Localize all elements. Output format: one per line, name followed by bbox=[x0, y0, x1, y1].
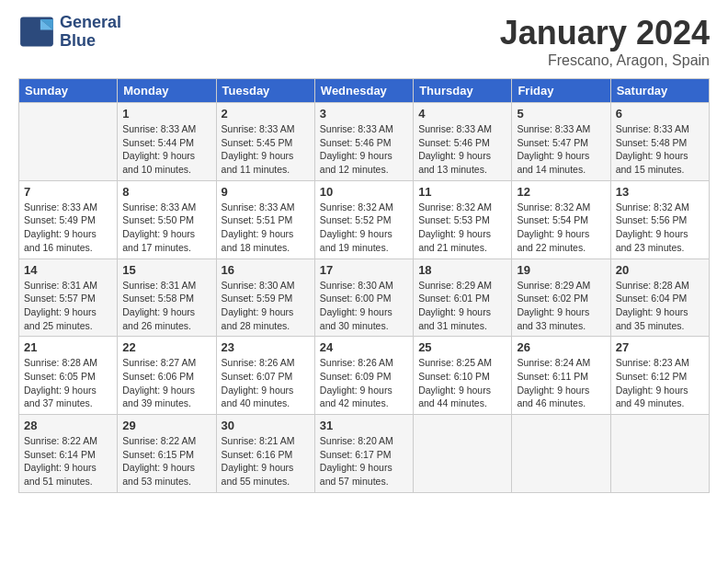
calendar-cell: 13Sunrise: 8:32 AMSunset: 5:56 PMDayligh… bbox=[610, 180, 709, 259]
calendar-cell: 12Sunrise: 8:32 AMSunset: 5:54 PMDayligh… bbox=[512, 180, 610, 259]
day-info: Sunrise: 8:30 AMSunset: 5:59 PMDaylight:… bbox=[222, 279, 310, 333]
day-info: Sunrise: 8:33 AMSunset: 5:45 PMDaylight:… bbox=[222, 122, 310, 177]
calendar-cell: 31Sunrise: 8:20 AMSunset: 6:17 PMDayligh… bbox=[314, 415, 413, 493]
day-info: Sunrise: 8:26 AMSunset: 6:07 PMDaylight:… bbox=[222, 356, 310, 410]
day-number: 23 bbox=[222, 340, 310, 354]
day-info: Sunrise: 8:28 AMSunset: 6:05 PMDaylight:… bbox=[24, 356, 112, 410]
week-row-5: 28Sunrise: 8:22 AMSunset: 6:14 PMDayligh… bbox=[19, 415, 710, 493]
calendar-cell: 21Sunrise: 8:28 AMSunset: 6:05 PMDayligh… bbox=[19, 337, 118, 415]
day-number: 30 bbox=[222, 419, 310, 432]
calendar-cell: 1Sunrise: 8:33 AMSunset: 5:44 PMDaylight… bbox=[118, 103, 216, 181]
calendar-cell: 10Sunrise: 8:32 AMSunset: 5:52 PMDayligh… bbox=[314, 180, 413, 259]
calendar-table: SundayMondayTuesdayWednesdayThursdayFrid… bbox=[18, 78, 710, 493]
day-number: 19 bbox=[517, 263, 605, 277]
day-number: 3 bbox=[320, 107, 408, 121]
day-info: Sunrise: 8:33 AMSunset: 5:50 PMDaylight:… bbox=[122, 201, 210, 255]
day-number: 20 bbox=[616, 263, 704, 277]
calendar-cell bbox=[414, 415, 512, 493]
day-number: 11 bbox=[418, 185, 506, 199]
title-block: January 2024 Frescano, Aragon, Spain bbox=[500, 14, 710, 69]
day-number: 10 bbox=[320, 185, 408, 199]
day-info: Sunrise: 8:22 AMSunset: 6:15 PMDaylight:… bbox=[122, 434, 210, 488]
day-info: Sunrise: 8:24 AMSunset: 6:11 PMDaylight:… bbox=[517, 356, 605, 410]
day-info: Sunrise: 8:33 AMSunset: 5:49 PMDaylight:… bbox=[24, 201, 112, 255]
day-number: 27 bbox=[616, 340, 704, 354]
weekday-header-friday: Friday bbox=[512, 79, 610, 103]
day-info: Sunrise: 8:22 AMSunset: 6:14 PMDaylight:… bbox=[24, 434, 112, 488]
day-info: Sunrise: 8:31 AMSunset: 5:57 PMDaylight:… bbox=[24, 279, 112, 333]
day-number: 1 bbox=[122, 107, 210, 121]
calendar-cell bbox=[19, 103, 118, 181]
day-info: Sunrise: 8:33 AMSunset: 5:46 PMDaylight:… bbox=[320, 122, 408, 177]
day-number: 29 bbox=[122, 419, 210, 432]
day-info: Sunrise: 8:32 AMSunset: 5:56 PMDaylight:… bbox=[616, 201, 704, 255]
location: Frescano, Aragon, Spain bbox=[500, 52, 710, 69]
calendar-cell bbox=[512, 415, 610, 493]
day-number: 26 bbox=[517, 340, 605, 354]
day-number: 22 bbox=[122, 340, 210, 354]
day-number: 25 bbox=[418, 340, 506, 354]
calendar-cell: 27Sunrise: 8:23 AMSunset: 6:12 PMDayligh… bbox=[610, 337, 709, 415]
day-info: Sunrise: 8:33 AMSunset: 5:47 PMDaylight:… bbox=[517, 122, 605, 177]
logo-line2: Blue bbox=[60, 32, 121, 51]
calendar-cell: 15Sunrise: 8:31 AMSunset: 5:58 PMDayligh… bbox=[118, 259, 216, 337]
day-info: Sunrise: 8:23 AMSunset: 6:12 PMDaylight:… bbox=[616, 356, 704, 410]
logo-icon bbox=[18, 16, 55, 48]
day-number: 17 bbox=[320, 263, 408, 277]
calendar-cell: 11Sunrise: 8:32 AMSunset: 5:53 PMDayligh… bbox=[414, 180, 512, 259]
calendar-cell: 20Sunrise: 8:28 AMSunset: 6:04 PMDayligh… bbox=[610, 259, 709, 337]
day-number: 6 bbox=[616, 107, 704, 121]
day-info: Sunrise: 8:32 AMSunset: 5:53 PMDaylight:… bbox=[418, 201, 506, 255]
day-number: 5 bbox=[517, 107, 605, 121]
calendar-cell: 16Sunrise: 8:30 AMSunset: 5:59 PMDayligh… bbox=[216, 259, 314, 337]
week-row-4: 21Sunrise: 8:28 AMSunset: 6:05 PMDayligh… bbox=[19, 337, 710, 415]
day-number: 9 bbox=[222, 185, 310, 199]
weekday-header-sunday: Sunday bbox=[19, 79, 118, 103]
logo: General Blue bbox=[18, 14, 121, 51]
day-number: 12 bbox=[517, 185, 605, 199]
day-number: 14 bbox=[24, 263, 112, 277]
day-number: 4 bbox=[418, 107, 506, 121]
calendar-cell: 25Sunrise: 8:25 AMSunset: 6:10 PMDayligh… bbox=[414, 337, 512, 415]
weekday-header-thursday: Thursday bbox=[414, 79, 512, 103]
day-info: Sunrise: 8:28 AMSunset: 6:04 PMDaylight:… bbox=[616, 279, 704, 333]
calendar-cell: 22Sunrise: 8:27 AMSunset: 6:06 PMDayligh… bbox=[118, 337, 216, 415]
calendar-cell: 24Sunrise: 8:26 AMSunset: 6:09 PMDayligh… bbox=[314, 337, 413, 415]
week-row-2: 7Sunrise: 8:33 AMSunset: 5:49 PMDaylight… bbox=[19, 180, 710, 259]
weekday-header-row: SundayMondayTuesdayWednesdayThursdayFrid… bbox=[19, 79, 710, 103]
calendar-cell: 28Sunrise: 8:22 AMSunset: 6:14 PMDayligh… bbox=[19, 415, 118, 493]
weekday-header-tuesday: Tuesday bbox=[216, 79, 314, 103]
weekday-header-monday: Monday bbox=[118, 79, 216, 103]
logo-line1: General bbox=[60, 14, 121, 32]
day-number: 13 bbox=[616, 185, 704, 199]
calendar-cell: 17Sunrise: 8:30 AMSunset: 6:00 PMDayligh… bbox=[314, 259, 413, 337]
day-info: Sunrise: 8:33 AMSunset: 5:46 PMDaylight:… bbox=[418, 122, 506, 177]
day-number: 28 bbox=[24, 419, 112, 432]
day-info: Sunrise: 8:31 AMSunset: 5:58 PMDaylight:… bbox=[122, 279, 210, 333]
week-row-1: 1Sunrise: 8:33 AMSunset: 5:44 PMDaylight… bbox=[19, 103, 710, 181]
calendar-cell: 26Sunrise: 8:24 AMSunset: 6:11 PMDayligh… bbox=[512, 337, 610, 415]
weekday-header-wednesday: Wednesday bbox=[314, 79, 413, 103]
week-row-3: 14Sunrise: 8:31 AMSunset: 5:57 PMDayligh… bbox=[19, 259, 710, 337]
day-info: Sunrise: 8:29 AMSunset: 6:02 PMDaylight:… bbox=[517, 279, 605, 333]
calendar-cell: 4Sunrise: 8:33 AMSunset: 5:46 PMDaylight… bbox=[414, 103, 512, 181]
day-info: Sunrise: 8:33 AMSunset: 5:48 PMDaylight:… bbox=[616, 122, 704, 177]
calendar-cell: 19Sunrise: 8:29 AMSunset: 6:02 PMDayligh… bbox=[512, 259, 610, 337]
calendar-cell: 29Sunrise: 8:22 AMSunset: 6:15 PMDayligh… bbox=[118, 415, 216, 493]
day-number: 18 bbox=[418, 263, 506, 277]
day-info: Sunrise: 8:21 AMSunset: 6:16 PMDaylight:… bbox=[222, 434, 310, 488]
day-info: Sunrise: 8:33 AMSunset: 5:51 PMDaylight:… bbox=[222, 201, 310, 255]
day-info: Sunrise: 8:20 AMSunset: 6:17 PMDaylight:… bbox=[320, 434, 408, 488]
calendar-cell: 5Sunrise: 8:33 AMSunset: 5:47 PMDaylight… bbox=[512, 103, 610, 181]
day-info: Sunrise: 8:27 AMSunset: 6:06 PMDaylight:… bbox=[122, 356, 210, 410]
calendar-cell: 18Sunrise: 8:29 AMSunset: 6:01 PMDayligh… bbox=[414, 259, 512, 337]
calendar-cell: 8Sunrise: 8:33 AMSunset: 5:50 PMDaylight… bbox=[118, 180, 216, 259]
header: General Blue January 2024 Frescano, Arag… bbox=[18, 14, 710, 69]
calendar-cell bbox=[610, 415, 709, 493]
calendar-cell: 2Sunrise: 8:33 AMSunset: 5:45 PMDaylight… bbox=[216, 103, 314, 181]
day-info: Sunrise: 8:32 AMSunset: 5:52 PMDaylight:… bbox=[320, 201, 408, 255]
day-number: 21 bbox=[24, 340, 112, 354]
calendar-cell: 30Sunrise: 8:21 AMSunset: 6:16 PMDayligh… bbox=[216, 415, 314, 493]
day-info: Sunrise: 8:30 AMSunset: 6:00 PMDaylight:… bbox=[320, 279, 408, 333]
day-number: 8 bbox=[122, 185, 210, 199]
